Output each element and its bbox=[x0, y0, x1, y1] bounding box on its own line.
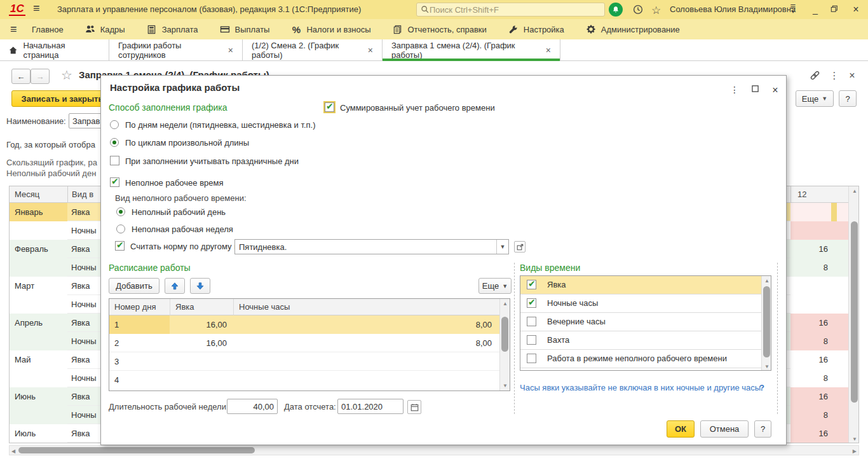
scroll-right-icon[interactable]: ▶ bbox=[853, 448, 857, 454]
parttime-day-radio[interactable] bbox=[116, 207, 125, 216]
forward-button[interactable]: → bbox=[31, 69, 50, 84]
summarized-time-checkbox[interactable] bbox=[325, 102, 334, 112]
menu-item-salary[interactable]: Зарплата bbox=[147, 24, 198, 34]
form-help-button[interactable]: ? bbox=[839, 90, 857, 107]
close-icon[interactable]: × bbox=[849, 3, 863, 17]
tab-home[interactable]: Начальная страница bbox=[0, 39, 109, 61]
ok-button[interactable]: ОК bbox=[667, 420, 695, 438]
dialog-kebab-icon[interactable]: ⋮ bbox=[727, 85, 742, 96]
parttime-work-checkbox[interactable] bbox=[527, 354, 536, 363]
evening-hours-checkbox[interactable] bbox=[527, 317, 536, 326]
form-more-button[interactable]: Еще▼ bbox=[796, 90, 834, 107]
restore-icon[interactable] bbox=[827, 3, 841, 17]
column-header-day12[interactable]: 12 bbox=[790, 186, 848, 203]
scroll-down-icon[interactable]: ▼ bbox=[852, 436, 857, 442]
scroll-down-icon[interactable]: ▼ bbox=[503, 383, 508, 389]
month-table-vscrollbar[interactable]: ▲ ▼ bbox=[848, 186, 859, 443]
parttime-week-radio[interactable] bbox=[116, 225, 125, 233]
week-length-input[interactable] bbox=[227, 399, 278, 414]
tab-close-icon[interactable]: × bbox=[228, 45, 233, 55]
scroll-left-icon[interactable]: ◀ bbox=[11, 448, 15, 454]
fill-method-heading: Способ заполнения графика bbox=[109, 102, 227, 113]
month-table-hscrollbar[interactable]: ◀ ▶ bbox=[9, 445, 859, 455]
vscroll-thumb[interactable] bbox=[851, 221, 858, 403]
add-row-button[interactable]: Добавить bbox=[109, 278, 159, 294]
column-header-attendance[interactable]: Явка bbox=[170, 299, 233, 315]
menu-item-reports[interactable]: Отчетность, справки bbox=[393, 24, 487, 34]
parttime-checkbox[interactable] bbox=[110, 177, 119, 187]
column-header-month[interactable]: Месяц bbox=[10, 186, 67, 203]
search-input[interactable] bbox=[430, 5, 588, 15]
favorite-star-icon[interactable]: ☆ bbox=[61, 67, 72, 83]
menu-item-administration[interactable]: Администрирование bbox=[586, 24, 680, 34]
hint-help-link[interactable]: ? bbox=[759, 383, 764, 392]
move-up-button[interactable] bbox=[165, 278, 185, 294]
cancel-button[interactable]: Отмена bbox=[700, 420, 749, 438]
start-date-input[interactable] bbox=[337, 399, 403, 414]
list-item[interactable]: О… б… б… bbox=[520, 368, 761, 371]
main-menu-icon[interactable]: ≡ bbox=[33, 2, 40, 15]
history-icon[interactable] bbox=[632, 4, 644, 15]
user-menu-icon[interactable]: ≡▾ bbox=[787, 3, 799, 17]
menu-item-staff[interactable]: Кадры bbox=[85, 24, 125, 34]
menu-item-settings[interactable]: Настройка bbox=[508, 24, 564, 34]
list-item[interactable]: Вахта bbox=[520, 331, 761, 350]
menu-item-main[interactable]: Главное bbox=[32, 25, 64, 34]
by-weekdays-radio[interactable] bbox=[110, 120, 119, 129]
open-schedule-icon[interactable] bbox=[514, 241, 526, 252]
tab-close-icon[interactable]: × bbox=[546, 45, 551, 55]
scroll-up-icon[interactable]: ▲ bbox=[852, 188, 857, 194]
list-item[interactable]: Ночные часы bbox=[520, 294, 761, 313]
sections-menu-icon[interactable]: ≡ bbox=[10, 23, 27, 36]
form-close-icon[interactable]: × bbox=[846, 70, 858, 83]
holidays-checkbox[interactable] bbox=[110, 156, 119, 165]
calendar-icon[interactable] bbox=[407, 400, 421, 414]
list-item[interactable]: Явка bbox=[520, 276, 761, 294]
minimize-icon[interactable]: _ bbox=[808, 3, 822, 17]
vakhta-checkbox[interactable] bbox=[527, 335, 536, 345]
dialog-close-icon[interactable]: × bbox=[768, 85, 783, 96]
tab-zapravka-shift1[interactable]: Заправка 1 смена (2/4). (График работы) … bbox=[383, 39, 560, 61]
attendance-checkbox[interactable] bbox=[527, 280, 536, 289]
current-user[interactable]: Соловьева Юлия Владимировна bbox=[670, 4, 796, 14]
notifications-bell-icon[interactable] bbox=[609, 3, 623, 17]
scroll-up-icon[interactable]: ▲ bbox=[764, 278, 770, 284]
back-button[interactable]: ← bbox=[11, 69, 31, 84]
chevron-down-icon[interactable]: ▼ bbox=[496, 240, 508, 254]
list-item[interactable]: Работа в режиме неполного рабочего време… bbox=[520, 350, 761, 368]
link-icon[interactable] bbox=[808, 70, 821, 83]
schedule-table-vscrollbar[interactable]: ▲ ▼ bbox=[499, 299, 510, 390]
form-kebab-icon[interactable]: ⋮ bbox=[828, 70, 841, 83]
night-hours-checkbox[interactable] bbox=[527, 298, 536, 308]
list-item[interactable]: Вечерние часы bbox=[520, 313, 761, 331]
save-close-button[interactable]: Записать и закрыть bbox=[11, 90, 113, 107]
group-splitter[interactable] bbox=[514, 263, 515, 414]
norm-other-schedule-checkbox[interactable] bbox=[115, 241, 125, 251]
favorites-star-icon[interactable]: ☆ bbox=[651, 4, 663, 15]
hscroll-thumb[interactable] bbox=[18, 447, 255, 453]
global-search[interactable] bbox=[416, 3, 605, 17]
column-header-night[interactable]: Ночные часы bbox=[233, 299, 499, 315]
move-down-button[interactable] bbox=[190, 278, 210, 294]
menu-item-taxes[interactable]: % Налоги и взносы bbox=[291, 24, 370, 34]
norm-schedule-combo[interactable]: ▼ bbox=[234, 239, 509, 254]
tab-shift2[interactable]: (1/2) Смена 2. (График работы) × bbox=[243, 39, 383, 61]
scroll-down-icon[interactable]: ▼ bbox=[764, 364, 770, 370]
group-splitter[interactable] bbox=[777, 263, 778, 414]
schedule-more-button[interactable]: Еще▼ bbox=[478, 278, 512, 294]
dialog-help-button[interactable]: ? bbox=[754, 420, 771, 438]
menu-item-label: Налоги и взносы bbox=[306, 25, 370, 34]
column-header-daynum[interactable]: Номер дня bbox=[109, 299, 170, 315]
vscroll-thumb[interactable] bbox=[763, 286, 770, 357]
tab-label: Заправка 1 смена (2/4). (График работы) bbox=[391, 41, 539, 60]
by-cycles-radio[interactable] bbox=[110, 138, 119, 147]
norm-schedule-value[interactable] bbox=[235, 240, 496, 254]
dialog-maximize-icon[interactable] bbox=[747, 85, 763, 96]
attendance-hint-link[interactable]: Часы явки указывайте не включая в них но… bbox=[520, 383, 761, 392]
vscroll-thumb[interactable] bbox=[501, 317, 508, 352]
tab-schedules-list[interactable]: Графики работы сотрудников × bbox=[109, 39, 243, 61]
tab-close-icon[interactable]: × bbox=[368, 45, 373, 55]
menu-item-payments[interactable]: Выплаты bbox=[220, 24, 270, 34]
scroll-up-icon[interactable]: ▲ bbox=[503, 301, 508, 307]
time-types-vscrollbar[interactable]: ▲ ▼ bbox=[761, 276, 771, 371]
